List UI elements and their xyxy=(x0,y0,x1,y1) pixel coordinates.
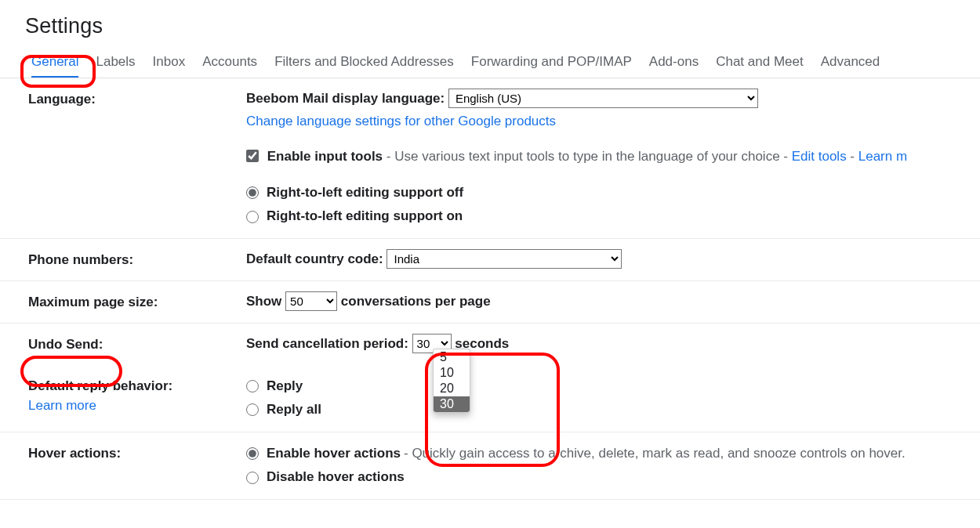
undo-option-10[interactable]: 10 xyxy=(434,365,470,381)
content-language: Beebom Mail display language: English (U… xyxy=(246,88,980,229)
default-cc-select[interactable]: India xyxy=(387,249,622,269)
content-undo-send: Send cancellation period: 30 seconds xyxy=(246,333,980,356)
row-hover: Hover actions: Enable hover actions - Qu… xyxy=(0,432,980,500)
hover-enable-radio[interactable] xyxy=(246,447,259,460)
tab-chatmeet[interactable]: Chat and Meet xyxy=(716,49,804,78)
row-undo-send: Undo Send: Send cancellation period: 30 … xyxy=(0,324,980,365)
enable-input-tools-desc: - Use various text input tools to type i… xyxy=(383,149,792,164)
edit-tools-link[interactable]: Edit tools xyxy=(792,149,847,164)
label-phone: Phone numbers: xyxy=(28,248,246,270)
tab-labels[interactable]: Labels xyxy=(96,49,135,78)
change-language-link[interactable]: Change language settings for other Googl… xyxy=(246,114,556,128)
label-hover: Hover actions: xyxy=(28,442,246,464)
rtl-off-radio[interactable] xyxy=(246,186,259,199)
tab-forwarding[interactable]: Forwarding and POP/IMAP xyxy=(471,49,632,78)
undo-option-20[interactable]: 20 xyxy=(434,381,470,396)
content-hover: Enable hover actions - Quickly gain acce… xyxy=(246,442,980,490)
settings-page: Settings General Labels Inbox Accounts F… xyxy=(0,0,980,515)
tab-accounts[interactable]: Accounts xyxy=(202,49,257,78)
tab-filters[interactable]: Filters and Blocked Addresses xyxy=(274,49,454,78)
display-language-select[interactable]: English (US) xyxy=(448,89,758,108)
label-language: Language: xyxy=(28,88,246,110)
settings-body: Language: Beebom Mail display language: … xyxy=(0,78,980,500)
tab-advanced[interactable]: Advanced xyxy=(821,49,880,78)
rtl-off-label: Right-to-left editing support off xyxy=(267,181,463,205)
settings-tabs: General Labels Inbox Accounts Filters an… xyxy=(0,49,980,78)
undo-option-5[interactable]: 5 xyxy=(434,349,470,365)
label-pagesize: Maximum page size: xyxy=(28,291,246,313)
display-language-label: Beebom Mail display language: xyxy=(246,91,445,106)
reply-all-radio[interactable] xyxy=(246,403,259,416)
pagesize-select[interactable]: 50 xyxy=(285,291,337,311)
undo-prefix: Send cancellation period: xyxy=(246,336,408,351)
row-pagesize: Maximum page size: Show 50 conversations… xyxy=(0,281,980,324)
hover-disable-label: Disable hover actions xyxy=(267,465,405,490)
learn-more-input-tools[interactable]: Learn m xyxy=(858,149,907,164)
reply-radio[interactable] xyxy=(246,380,259,392)
hover-enable-label: Enable hover actions xyxy=(267,442,401,466)
row-phone: Phone numbers: Default country code: Ind… xyxy=(0,239,980,281)
enable-input-tools-label: Enable input tools xyxy=(267,149,383,164)
undo-seconds-dropdown[interactable]: 5 10 20 30 xyxy=(433,349,470,413)
default-cc-label: Default country code: xyxy=(246,251,383,266)
reply-label: Reply xyxy=(267,374,303,399)
hover-disable-radio[interactable] xyxy=(246,472,259,484)
pagesize-show: Show xyxy=(246,294,281,309)
row-language: Language: Beebom Mail display language: … xyxy=(0,78,980,239)
content-pagesize: Show 50 conversations per page xyxy=(246,291,980,313)
content-reply: Reply Reply all xyxy=(246,374,980,422)
content-phone: Default country code: India xyxy=(246,248,980,271)
rtl-on-label: Right-to-left editing support on xyxy=(267,204,463,229)
tab-general[interactable]: General xyxy=(31,49,78,78)
enable-input-tools-checkbox[interactable] xyxy=(246,150,259,162)
label-reply: Default reply behavior: Learn more xyxy=(28,374,246,416)
pagesize-suffix: conversations per page xyxy=(341,294,491,309)
row-reply: Default reply behavior: Learn more Reply… xyxy=(0,365,980,432)
undo-option-30[interactable]: 30 xyxy=(434,396,470,412)
tab-addons[interactable]: Add-ons xyxy=(649,49,699,78)
page-title: Settings xyxy=(0,0,980,49)
rtl-on-radio[interactable] xyxy=(246,211,259,223)
tab-inbox[interactable]: Inbox xyxy=(153,49,186,78)
reply-learn-more[interactable]: Learn more xyxy=(28,396,246,416)
reply-all-label: Reply all xyxy=(267,398,321,422)
hover-enable-desc: - Quickly gain access to archive, delete… xyxy=(404,442,906,466)
label-undo-send: Undo Send: xyxy=(28,333,246,355)
